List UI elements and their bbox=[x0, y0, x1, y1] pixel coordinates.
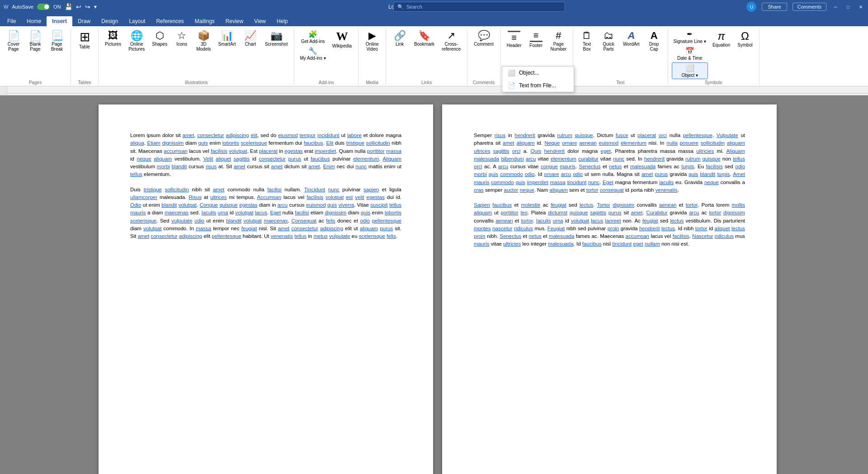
signature-line-button[interactable]: ✒ Signature Line ▾ bbox=[672, 29, 708, 45]
text-box-button[interactable]: 🗒 TextBox bbox=[577, 29, 597, 53]
page-2-content: Semper risus in hendrerit gravida rutrum… bbox=[474, 132, 745, 248]
illustrations-items: 🖼 Pictures 🌐 OnlinePictures ⬡ Shapes ☆ I… bbox=[102, 29, 290, 79]
illustrations-group-label: Illustrations bbox=[102, 79, 290, 86]
ribbon-group-comments: 💬 Comment Comments bbox=[467, 28, 500, 86]
header-button[interactable]: ≡ Header bbox=[504, 29, 524, 50]
paragraph-2: Duis tristique sollicitudin nibh sit ame… bbox=[130, 186, 401, 241]
shapes-icon: ⬡ bbox=[156, 31, 164, 41]
wikipedia-button[interactable]: W Wikipedia bbox=[330, 29, 354, 50]
close-button[interactable]: ✕ bbox=[857, 3, 864, 10]
tab-design[interactable]: Design bbox=[96, 16, 123, 26]
online-pictures-button[interactable]: 🌐 OnlinePictures bbox=[126, 29, 147, 53]
tab-view[interactable]: View bbox=[249, 16, 271, 26]
3d-models-button[interactable]: 📦 3DModels bbox=[193, 29, 213, 53]
paragraph-4: Sapien faucibus et molestie ac feugiat s… bbox=[474, 201, 745, 248]
bookmark-button[interactable]: 🔖 Bookmark bbox=[411, 29, 437, 48]
tab-draw[interactable]: Draw bbox=[72, 16, 96, 26]
titlebar-right: U Share Comments ─ □ ✕ bbox=[746, 2, 864, 12]
object-item-label: Object... bbox=[519, 70, 539, 76]
tab-mailings[interactable]: Mailings bbox=[189, 16, 220, 26]
3d-models-label: 3DModels bbox=[196, 42, 211, 52]
object-button[interactable]: ⬜ Object ▾ bbox=[672, 62, 708, 79]
wordart-icon: A bbox=[627, 31, 635, 41]
quick-parts-button[interactable]: 🗂 QuickParts bbox=[599, 29, 618, 53]
symbols-items: ✒ Signature Line ▾ 📅 Date & Time ⬜ Objec… bbox=[672, 29, 755, 79]
online-pictures-icon: 🌐 bbox=[131, 31, 143, 41]
undo-icon[interactable]: ↩ bbox=[76, 3, 81, 10]
header-icon: ≡ bbox=[508, 31, 520, 42]
tab-help[interactable]: Help bbox=[271, 16, 293, 26]
addins-items: 🧩 Get Add-ins 🔧 My Add-ins ▾ W Wikipedia bbox=[298, 29, 354, 79]
page-break-label: PageBreak bbox=[51, 42, 63, 52]
tab-references[interactable]: References bbox=[151, 16, 189, 26]
wordart-button[interactable]: A WordArt bbox=[620, 29, 642, 48]
screenshot-button[interactable]: 📷 Screenshot bbox=[262, 29, 291, 48]
date-time-button[interactable]: 📅 Date & Time bbox=[672, 46, 708, 62]
page-1: Lorem ipsum dolor sit amet, consectetur … bbox=[99, 104, 433, 474]
links-items: 🔗 Link 🔖 Bookmark ↗ Cross-reference bbox=[390, 29, 463, 79]
ribbon-group-media: ▶ OnlineVideo Media bbox=[359, 28, 386, 86]
save-icon[interactable]: 💾 bbox=[65, 3, 72, 10]
symbol-button[interactable]: Ω Symbol bbox=[735, 29, 755, 49]
comments-button[interactable]: Comments bbox=[793, 3, 826, 11]
smartart-button[interactable]: 📊 SmartArt bbox=[215, 29, 238, 48]
my-addins-label: My Add-ins ▾ bbox=[300, 56, 326, 61]
screenshot-label: Screenshot bbox=[265, 42, 288, 47]
icons-label: Icons bbox=[176, 42, 187, 47]
page-break-button[interactable]: 📃 PageBreak bbox=[47, 29, 67, 53]
links-group-label: Links bbox=[390, 79, 463, 86]
tab-review[interactable]: Review bbox=[220, 16, 249, 26]
table-button[interactable]: ⊞ Table bbox=[75, 29, 94, 51]
redo-icon[interactable]: ↪ bbox=[85, 3, 90, 10]
equation-button[interactable]: π Equation bbox=[710, 29, 733, 49]
my-addins-button[interactable]: 🔧 My Add-ins ▾ bbox=[298, 46, 327, 62]
customize-icon[interactable]: ▾ bbox=[94, 4, 97, 10]
text-group-label: Text bbox=[577, 79, 664, 86]
cover-page-icon: 📄 bbox=[8, 31, 20, 41]
text-from-file-label: Text from File... bbox=[519, 82, 556, 89]
link-icon: 🔗 bbox=[394, 31, 406, 41]
autosave-toggle[interactable] bbox=[37, 4, 50, 10]
ruler-corner bbox=[0, 86, 7, 95]
footer-label: Footer bbox=[529, 43, 542, 48]
blank-page-button[interactable]: 📄 BlankPage bbox=[25, 29, 45, 53]
icons-button[interactable]: ☆ Icons bbox=[172, 29, 192, 48]
text-from-file-item[interactable]: 📄 Text from File... bbox=[502, 79, 574, 92]
tab-home[interactable]: Home bbox=[21, 16, 47, 26]
text-box-icon: 🗒 bbox=[582, 31, 592, 41]
tab-layout[interactable]: Layout bbox=[123, 16, 151, 26]
footer-button[interactable]: ≡ Footer bbox=[526, 29, 546, 50]
wikipedia-label: Wikipedia bbox=[332, 43, 352, 48]
symbols-group-label: Symbols bbox=[672, 79, 755, 86]
chart-button[interactable]: 📈 Chart bbox=[241, 29, 260, 48]
online-video-button[interactable]: ▶ OnlineVideo bbox=[362, 29, 382, 53]
minimize-button[interactable]: ─ bbox=[832, 3, 839, 10]
link-label: Link bbox=[396, 42, 404, 47]
document-scroll[interactable]: Lorem ipsum dolor sit amet, consectetur … bbox=[7, 95, 868, 474]
user-avatar[interactable]: U bbox=[746, 2, 756, 12]
titlebar: W AutoSave ON 💾 ↩ ↪ ▾ Lorem Ipsum .docx … bbox=[0, 0, 868, 14]
search-box[interactable]: 🔍 Search bbox=[393, 2, 565, 12]
object-item[interactable]: ⬜ Object... bbox=[502, 66, 574, 79]
ribbon: 📄 CoverPage 📄 BlankPage 📃 PageBreak Page… bbox=[0, 26, 868, 86]
smartart-label: SmartArt bbox=[218, 42, 236, 47]
link-button[interactable]: 🔗 Link bbox=[390, 29, 410, 48]
tab-file[interactable]: File bbox=[2, 16, 21, 26]
page-break-icon: 📃 bbox=[51, 31, 63, 41]
page-number-button[interactable]: # PageNumber bbox=[548, 29, 570, 53]
dropcap-label: DropCap bbox=[649, 42, 659, 52]
cross-reference-icon: ↗ bbox=[447, 31, 455, 41]
get-addins-button[interactable]: 🧩 Get Add-ins bbox=[298, 29, 327, 45]
shapes-button[interactable]: ⬡ Shapes bbox=[149, 29, 170, 48]
cross-reference-button[interactable]: ↗ Cross-reference bbox=[439, 29, 463, 53]
ribbon-group-illustrations: 🖼 Pictures 🌐 OnlinePictures ⬡ Shapes ☆ I… bbox=[99, 28, 294, 86]
tab-insert[interactable]: Insert bbox=[47, 16, 72, 26]
cover-page-button[interactable]: 📄 CoverPage bbox=[4, 29, 24, 53]
pictures-button[interactable]: 🖼 Pictures bbox=[102, 29, 124, 48]
3d-models-icon: 📦 bbox=[198, 31, 210, 41]
dropcap-button[interactable]: A DropCap bbox=[644, 29, 664, 53]
share-button[interactable]: Share bbox=[762, 3, 787, 11]
comment-button[interactable]: 💬 Comment bbox=[471, 29, 496, 48]
restore-button[interactable]: □ bbox=[844, 3, 852, 10]
chart-label: Chart bbox=[245, 42, 256, 47]
